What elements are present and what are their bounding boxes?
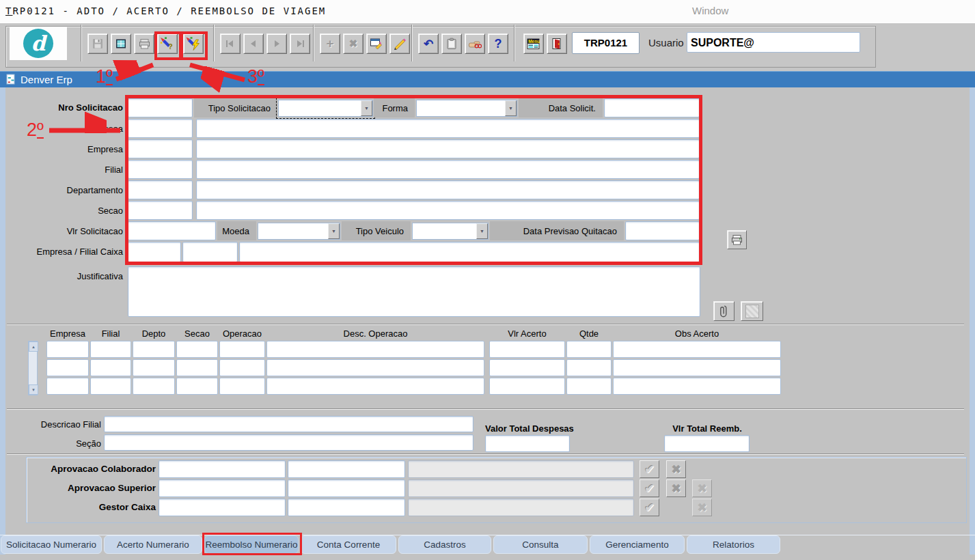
data-previsao-quitacao-input[interactable]	[625, 221, 700, 240]
tab-reembolso-numerario[interactable]: Reembolso Numerario	[204, 535, 299, 554]
save-button[interactable]	[87, 33, 108, 54]
grid-cell[interactable]	[90, 378, 131, 395]
departamento-code-input[interactable]	[128, 180, 193, 199]
filial-code-input[interactable]	[128, 160, 193, 179]
tab-solicitacao-numerario[interactable]: Solicitacao Numerario	[1, 535, 102, 554]
grid-cell[interactable]	[133, 378, 175, 395]
grid-cell[interactable]	[219, 341, 265, 358]
grid-cell[interactable]	[489, 359, 565, 376]
next-record-button[interactable]	[266, 33, 287, 54]
tab-relatorios[interactable]: Relatorios	[687, 535, 780, 554]
delete-record-button[interactable]: ✖	[343, 33, 363, 54]
aprovacao-superior-date-input[interactable]	[288, 479, 405, 497]
grid-cell[interactable]	[90, 359, 131, 376]
grid-scrollbar[interactable]: ▲ ▼	[28, 341, 38, 395]
caixa-desc-input[interactable]	[239, 242, 700, 262]
grid-cell[interactable]	[566, 341, 612, 358]
descricao-filial-input[interactable]	[104, 416, 473, 432]
edit-item-button[interactable]	[389, 33, 410, 54]
grid-cell[interactable]	[176, 341, 218, 358]
usuario-input[interactable]: SUPORTE@	[687, 32, 860, 53]
vlr-total-reemb-input[interactable]	[664, 435, 750, 452]
secao-code-input[interactable]	[128, 201, 193, 220]
display-item-button[interactable]	[465, 33, 485, 54]
grid-cell[interactable]	[46, 341, 89, 358]
tab-gerenciamento[interactable]: Gerenciamento	[590, 535, 685, 554]
attachment-button[interactable]	[713, 301, 734, 321]
grid-cell[interactable]	[266, 359, 484, 376]
grid-cell[interactable]	[176, 359, 218, 376]
vlr-solicitacao-input[interactable]	[128, 221, 216, 240]
approve-gestor-button[interactable]: ✔	[640, 499, 659, 516]
approve-colaborador-button[interactable]: ✔	[640, 460, 659, 478]
grid-cell[interactable]	[46, 359, 89, 376]
first-record-button[interactable]	[220, 33, 241, 54]
previous-record-button[interactable]	[243, 33, 264, 54]
undo-button[interactable]: ↶	[418, 33, 439, 54]
valor-total-despesas-input[interactable]	[485, 435, 570, 452]
justificativa-textarea[interactable]	[128, 266, 700, 317]
secao-desc-input[interactable]	[196, 201, 700, 220]
grid-cell[interactable]	[46, 378, 89, 395]
menu-window[interactable]: Window	[692, 5, 728, 16]
grid-cell[interactable]	[266, 378, 484, 395]
list-of-values-button[interactable]	[366, 33, 387, 54]
grid-cell[interactable]	[266, 341, 484, 358]
clipboard-button[interactable]	[441, 33, 462, 54]
forma-combo[interactable]: ▼	[416, 100, 517, 117]
cancel-gestor-button[interactable]: ✖	[692, 499, 712, 516]
moeda-combo[interactable]: ▼	[258, 223, 340, 240]
chevron-down-icon[interactable]: ▼	[476, 223, 488, 239]
pessoa-code-input[interactable]	[128, 119, 193, 138]
grid-cell[interactable]	[176, 378, 218, 395]
grid-cell[interactable]	[489, 341, 565, 358]
screen-button[interactable]	[111, 33, 131, 54]
aprovacao-colaborador-date-input[interactable]	[288, 460, 405, 478]
grid-cell[interactable]	[613, 359, 781, 376]
help-button[interactable]: ?	[488, 33, 508, 54]
gestor-caixa-date-input[interactable]	[288, 499, 405, 516]
gestor-caixa-user-input[interactable]	[159, 499, 286, 516]
exit-button[interactable]	[547, 33, 567, 54]
secao-summary-input[interactable]	[104, 434, 473, 451]
tab-cadastros[interactable]: Cadastros	[398, 535, 491, 554]
tab-consulta[interactable]: Consulta	[493, 535, 588, 554]
reject-colaborador-button[interactable]: ✖	[666, 460, 686, 478]
empresa-code-input[interactable]	[128, 139, 193, 158]
nro-solicitacao-input[interactable]	[128, 98, 193, 117]
tab-conta-corrente[interactable]: Conta Corrente	[301, 535, 396, 554]
insert-record-button[interactable]: +	[320, 33, 340, 54]
image-button[interactable]	[741, 301, 763, 321]
aprovacao-colaborador-user-input[interactable]	[159, 460, 286, 478]
tab-acerto-numerario[interactable]: Acerto Numerario	[104, 535, 202, 554]
scroll-up-icon[interactable]: ▲	[29, 341, 38, 352]
chevron-down-icon[interactable]: ▼	[505, 100, 517, 116]
scroll-down-icon[interactable]: ▼	[29, 384, 38, 395]
aprovacao-superior-user-input[interactable]	[159, 479, 286, 497]
cancel-superior-button[interactable]: ✖	[692, 479, 712, 497]
chevron-down-icon[interactable]: ▼	[361, 100, 372, 116]
grid-cell[interactable]	[133, 359, 175, 376]
print-request-button[interactable]	[727, 230, 747, 249]
pessoa-desc-input[interactable]	[196, 119, 700, 138]
execute-query-button[interactable]	[183, 33, 204, 54]
last-record-button[interactable]	[290, 33, 310, 54]
print-button[interactable]	[134, 33, 154, 54]
tipo-solicitacao-combo[interactable]: ▼	[278, 100, 373, 117]
mdi-titlebar[interactable]: Denver Erp	[0, 71, 975, 88]
grid-cell[interactable]	[566, 359, 612, 376]
filial-caixa-input[interactable]	[182, 242, 238, 262]
chevron-down-icon[interactable]: ▼	[328, 223, 340, 239]
data-solicit-input[interactable]	[604, 98, 700, 117]
tipo-veiculo-combo[interactable]: ▼	[412, 223, 489, 240]
grid-cell[interactable]	[133, 341, 175, 358]
empresa-caixa-input[interactable]	[128, 242, 181, 262]
grid-cell[interactable]	[566, 378, 612, 395]
departamento-desc-input[interactable]	[196, 180, 700, 199]
enter-query-button[interactable]: ?	[157, 33, 178, 54]
empresa-desc-input[interactable]	[196, 139, 700, 158]
grid-cell[interactable]	[219, 359, 265, 376]
grid-cell[interactable]	[613, 378, 781, 395]
menu-button[interactable]: Menu	[523, 33, 544, 54]
approve-superior-button[interactable]: ✔	[640, 479, 659, 497]
